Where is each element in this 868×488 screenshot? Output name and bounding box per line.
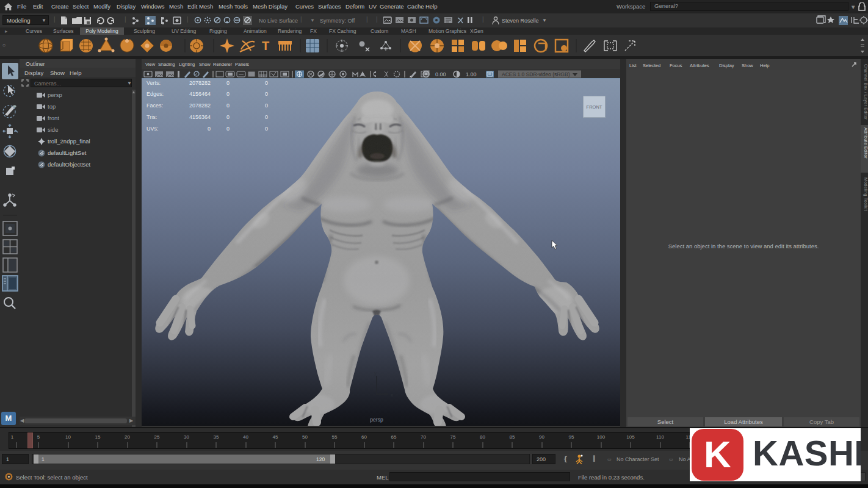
svg-text:0.00: 0.00 — [435, 71, 446, 77]
svg-text:x: x — [391, 392, 393, 398]
svg-text:T: T — [262, 39, 269, 52]
svg-text:y: y — [374, 370, 377, 376]
svg-text:1.00: 1.00 — [466, 71, 477, 77]
svg-text:ACES 1.0 SDR-video (sRGB): ACES 1.0 SDR-video (sRGB) — [502, 71, 570, 77]
